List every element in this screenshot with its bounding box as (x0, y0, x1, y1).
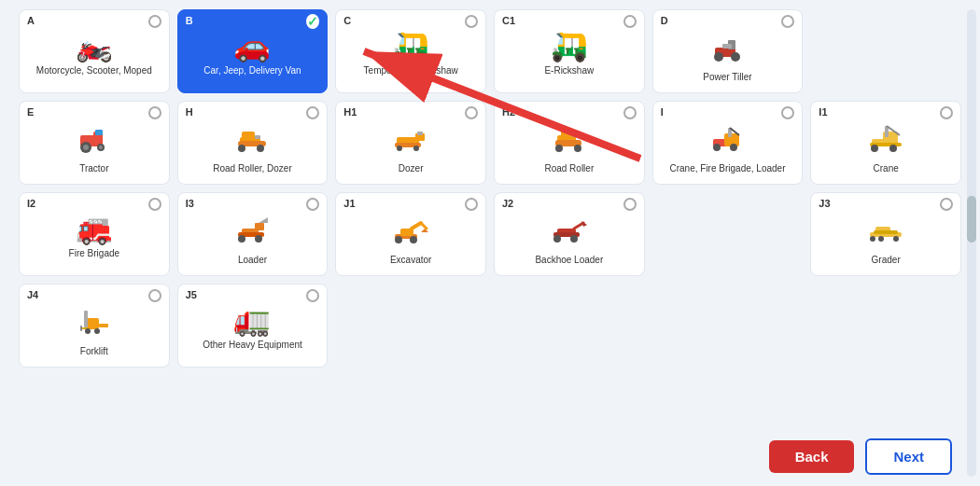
main-container: A 🏍️ Motorcycle, Scooter, Moped B 🚗 Car,… (0, 0, 980, 486)
svg-point-17 (257, 145, 264, 152)
svg-rect-72 (99, 324, 108, 327)
card-I3[interactable]: I3 Loader (177, 192, 329, 276)
scrollbar[interactable] (967, 9, 976, 477)
radio-J3[interactable] (940, 198, 953, 211)
label-H: Road Roller, Dozer (213, 162, 291, 174)
icon-crane-firebrigade-loader (709, 122, 745, 159)
svg-line-51 (412, 223, 421, 229)
svg-point-66 (878, 236, 884, 242)
card-J4[interactable]: J4 Forklift (19, 284, 170, 368)
svg-point-60 (553, 235, 561, 243)
card-letter-I2: I2 (27, 198, 35, 209)
icon-tractor (77, 122, 112, 159)
radio-J4[interactable] (148, 289, 161, 302)
back-button[interactable]: Back (769, 440, 855, 473)
card-letter-E: E (27, 106, 34, 118)
svg-point-23 (413, 146, 419, 151)
card-H[interactable]: H Road Roller, Dozer (177, 101, 329, 185)
svg-point-16 (238, 145, 245, 152)
card-letter-I3: I3 (186, 198, 194, 209)
grid-area: A 🏍️ Motorcycle, Scooter, Moped B 🚗 Car,… (0, 0, 980, 429)
icon-dozer (393, 122, 428, 159)
svg-rect-27 (572, 133, 578, 137)
radio-H[interactable] (306, 106, 319, 119)
radio-I2[interactable] (148, 198, 161, 211)
label-B: Car, Jeep, Delivery Van (203, 64, 301, 76)
label-C: Tempo, Auto Rickshaw (364, 64, 458, 76)
scrollbar-thumb[interactable] (967, 196, 976, 243)
bottom-bar: Back Next (0, 429, 980, 486)
card-C1[interactable]: C1 🛺 E-Rickshaw (494, 9, 645, 93)
card-B[interactable]: B 🚗 Car, Jeep, Delivery Van (177, 9, 329, 93)
card-letter-J2: J2 (502, 198, 513, 209)
card-J2[interactable]: J2 Backhoe Loader (494, 192, 645, 276)
label-A: Motorcycle, Scooter, Moped (36, 64, 152, 76)
svg-point-42 (889, 145, 897, 152)
card-I2[interactable]: I2 🚒 Fire Brigade (19, 192, 170, 276)
svg-point-29 (574, 145, 581, 152)
radio-J5[interactable] (306, 289, 319, 302)
card-D[interactable]: D Power Tiller (652, 9, 804, 93)
label-H1: Dozer (399, 162, 424, 174)
radio-A[interactable] (148, 15, 161, 28)
label-H2: Road Roller (544, 162, 594, 174)
label-J3: Grader (872, 254, 901, 266)
svg-point-47 (238, 235, 245, 243)
radio-J1[interactable] (465, 198, 478, 211)
card-J5[interactable]: J5 🚛 Other Heavy Equipment (177, 284, 329, 368)
icon-crane (868, 122, 903, 159)
label-E: Tractor (79, 162, 108, 174)
svg-point-28 (555, 145, 563, 152)
radio-B[interactable] (306, 15, 319, 28)
card-letter-I: I (661, 106, 664, 118)
card-J3[interactable]: J3 Grader (810, 192, 961, 276)
radio-I[interactable] (781, 106, 794, 119)
svg-rect-11 (95, 130, 103, 135)
next-button[interactable]: Next (865, 438, 952, 475)
card-letter-D: D (661, 15, 668, 26)
card-C[interactable]: C 🛺 Tempo, Auto Rickshaw (335, 9, 486, 93)
radio-C1[interactable] (623, 15, 637, 28)
radio-E[interactable] (148, 106, 161, 119)
radio-H1[interactable] (465, 106, 478, 119)
card-H2[interactable]: H2 Road Roller (494, 101, 645, 185)
card-J1[interactable]: J1 Excavator (335, 192, 486, 276)
svg-point-65 (870, 236, 875, 242)
card-H1[interactable]: H1 Dozer (335, 101, 486, 185)
svg-point-67 (893, 236, 899, 242)
vehicle-grid: A 🏍️ Motorcycle, Scooter, Moped B 🚗 Car,… (19, 9, 961, 368)
svg-point-48 (255, 235, 262, 243)
svg-point-54 (395, 236, 402, 243)
card-I[interactable]: I Crane, Fire Brigade, Loader (652, 101, 804, 185)
card-letter-A: A (27, 15, 35, 26)
label-J2: Backhoe Loader (535, 254, 603, 266)
svg-point-34 (713, 144, 721, 151)
card-letter-I1: I1 (819, 106, 827, 118)
card-letter-C: C (343, 15, 351, 26)
icon-loader (234, 214, 270, 250)
svg-marker-46 (259, 217, 268, 223)
radio-C[interactable] (465, 15, 478, 28)
card-letter-H1: H1 (343, 106, 357, 118)
card-letter-J4: J4 (27, 289, 38, 300)
radio-H2[interactable] (623, 106, 637, 119)
svg-point-22 (397, 146, 402, 151)
svg-point-41 (871, 145, 878, 152)
icon-tempo: 🛺 (392, 31, 429, 61)
svg-line-52 (421, 223, 427, 229)
svg-rect-69 (84, 311, 88, 327)
icon-backhoe (552, 214, 587, 250)
svg-point-73 (85, 328, 91, 334)
label-I: Crane, Fire Brigade, Loader (670, 162, 786, 174)
label-I1: Crane (874, 162, 899, 174)
card-E[interactable]: E Tractor (19, 101, 170, 185)
radio-I1[interactable] (940, 106, 953, 119)
card-letter-H2: H2 (502, 106, 515, 118)
label-D: Power Tiller (703, 71, 751, 83)
card-A[interactable]: A 🏍️ Motorcycle, Scooter, Moped (19, 9, 170, 93)
radio-J2[interactable] (623, 198, 637, 211)
radio-I3[interactable] (306, 198, 319, 211)
radio-D[interactable] (781, 15, 794, 28)
card-I1[interactable]: I1 Crane (810, 101, 961, 185)
svg-rect-64 (874, 230, 898, 234)
